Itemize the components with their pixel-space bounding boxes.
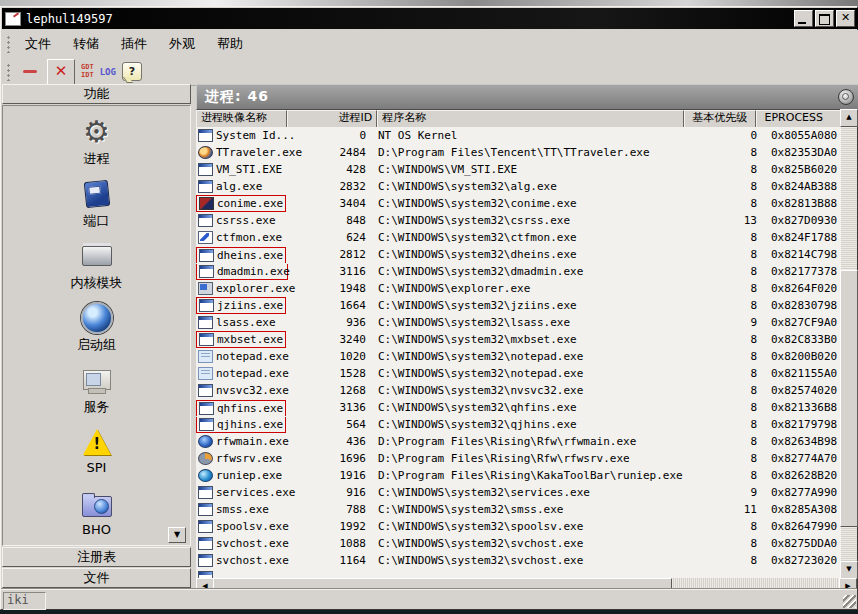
cell-eprocess: 0x8275DDA0 xyxy=(763,535,841,552)
red-mark-box: conime.exe xyxy=(196,195,286,212)
menu-item-plugin[interactable]: 插件 xyxy=(112,32,156,56)
cell-name: ctfmon.exe xyxy=(196,229,284,246)
process-name: notepad.exe xyxy=(216,365,289,382)
vertical-scrollbar[interactable]: ▲ ▼ xyxy=(841,110,857,578)
sidebar-item-spi[interactable]: SPI xyxy=(3,420,190,482)
sidebar-item-startup-group[interactable]: 启动组 xyxy=(3,296,190,358)
red-mark-box: qhfins.exe xyxy=(196,400,286,416)
table-row[interactable]: lsass.exe936C:\WINDOWS\system32\lsass.ex… xyxy=(196,314,841,331)
table-row[interactable]: jziins.exe1664C:\WINDOWS\system32\jziins… xyxy=(196,297,841,314)
vertical-scroll-thumb[interactable] xyxy=(840,270,858,527)
table-row[interactable]: dheins.exe2812C:\WINDOWS\system32\dheins… xyxy=(196,246,841,263)
table-row[interactable]: System Id...0NT OS Kernel00x8055A080 xyxy=(196,127,841,144)
cell-path: C:\WINDOWS\system32\nvsvc32.exe xyxy=(372,382,696,399)
table-row[interactable]: csrss.exe848C:\WINDOWS\system32\csrss.ex… xyxy=(196,212,841,229)
table-row[interactable]: VM_STI.EXE428C:\WINDOWS\VM_STI.EXE80x825… xyxy=(196,161,841,178)
cell-priority: 8 xyxy=(696,229,763,246)
table-row[interactable]: qhfins.exe3136C:\WINDOWS\system32\qhfins… xyxy=(196,399,841,416)
scroll-down-button[interactable]: ▼ xyxy=(840,561,858,579)
ctfmon-pen-icon xyxy=(198,231,213,244)
sidebar-item-label: 进程 xyxy=(84,150,110,168)
sidebar-item-bho[interactable]: BHO xyxy=(3,482,190,544)
table-row[interactable]: ctfmon.exe624C:\WINDOWS\system32\ctfmon.… xyxy=(196,229,841,246)
cell-priority: 8 xyxy=(696,195,763,212)
table-row[interactable]: explorer.exe1948C:\WINDOWS\explorer.exe8… xyxy=(196,280,841,297)
cell-path: C:\WINDOWS\system32\qhfins.exe xyxy=(372,399,696,416)
red-mark-box: jziins.exe xyxy=(196,297,286,314)
cell-priority: 8 xyxy=(696,467,763,484)
app-icon xyxy=(5,12,21,26)
scroll-up-button[interactable]: ▲ xyxy=(840,109,858,127)
table-row[interactable]: qjhins.exe564C:\WINDOWS\system32\qjhins.… xyxy=(196,416,841,433)
sidebar-icon-box xyxy=(80,302,114,334)
menu-item-appearance[interactable]: 外观 xyxy=(160,32,204,56)
name-wrap: runiep.exe xyxy=(196,468,284,483)
cell-path: C:\WINDOWS\system32\conime.exe xyxy=(372,195,696,212)
sidebar-section-registry[interactable]: 注册表 xyxy=(2,547,191,567)
table-row[interactable]: services.exe916C:\WINDOWS\system32\servi… xyxy=(196,484,841,501)
process-name: dmadmin.exe xyxy=(217,263,290,280)
table-row[interactable]: mxbset.exe3240C:\WINDOWS\system32\mxbset… xyxy=(196,331,841,348)
minimize-button[interactable] xyxy=(794,10,813,27)
table-row[interactable]: spoolsv.exe1992C:\WINDOWS\system32\spool… xyxy=(196,518,841,535)
cell-path: C:\WINDOWS\system32\ctfmon.exe xyxy=(372,229,696,246)
sidebar-panel: ⚙进程端口内核模块启动组服务SPIBHO xyxy=(2,105,191,546)
help-tool-button[interactable]: ? xyxy=(122,62,142,81)
table-row[interactable]: smss.exe788C:\WINDOWS\system32\smss.exe1… xyxy=(196,501,841,518)
cell-priority: 8 xyxy=(696,518,763,535)
name-wrap: VM_STI.EXE xyxy=(196,162,284,177)
cell-eprocess: 0x82628B20 xyxy=(763,467,841,484)
sidebar-item-process[interactable]: ⚙进程 xyxy=(3,110,190,172)
cell-path: C:\WINDOWS\system32\spoolsv.exe xyxy=(372,518,696,535)
log-tool-button[interactable]: LOG xyxy=(100,60,116,84)
gear-icon: ⚙ xyxy=(83,117,110,147)
table-row[interactable]: conime.exe3404C:\WINDOWS\system32\conime… xyxy=(196,195,841,212)
close-button[interactable]: ✕ xyxy=(836,10,855,27)
log-label: LOG xyxy=(100,67,116,77)
cell-priority: 8 xyxy=(696,331,763,348)
table-row[interactable]: rfwsrv.exe1696D:\Program Files\Rising\Rf… xyxy=(196,450,841,467)
table-row[interactable]: svchost.exe1164C:\WINDOWS\system32\svcho… xyxy=(196,552,841,569)
sidebar-item-services[interactable]: 服务 xyxy=(3,358,190,420)
process-name: alg.exe xyxy=(216,178,262,195)
table-row[interactable]: notepad.exe1528C:\WINDOWS\system32\notep… xyxy=(196,365,841,382)
menu-item-dump[interactable]: 转储 xyxy=(64,32,108,56)
panel-badge-icon[interactable] xyxy=(838,89,854,105)
table-row[interactable]: TTraveler.exe2484D:\Program Files\Tencen… xyxy=(196,144,841,161)
table-row[interactable]: dmadmin.exe3116C:\WINDOWS\system32\dmadm… xyxy=(196,263,841,280)
cell-name: lsass.exe xyxy=(196,314,284,331)
gdt-idt-tool-button[interactable]: GDT IDT xyxy=(81,60,94,84)
resize-grip[interactable] xyxy=(843,595,856,608)
cell-path: C:\WINDOWS\system32\jziins.exe xyxy=(372,297,696,314)
cell-eprocess: 0x82574020 xyxy=(763,382,841,399)
cell-priority: 8 xyxy=(696,280,763,297)
table-row[interactable] xyxy=(196,569,841,578)
terminate-tool-button[interactable]: ✕ xyxy=(47,59,75,85)
menu-item-help[interactable]: 帮助 xyxy=(208,32,252,56)
cell-path: D:\Program Files\Rising\KakaToolBar\runi… xyxy=(372,467,696,484)
table-row[interactable]: runiep.exe1916D:\Program Files\Rising\Ka… xyxy=(196,467,841,484)
sidebar-section-functions[interactable]: 功能 xyxy=(2,84,191,104)
red-mark-box: qjhins.exe xyxy=(196,417,286,433)
maximize-button[interactable] xyxy=(815,10,834,27)
name-wrap: notepad.exe xyxy=(196,366,291,381)
cell-pid: 1528 xyxy=(284,365,372,382)
sidebar-icon-box xyxy=(80,178,114,210)
cell-pid: 1664 xyxy=(284,297,372,314)
sidebar-item-kernel-module[interactable]: 内核模块 xyxy=(3,234,190,296)
sidebar-scroll-down-button[interactable]: ▼ xyxy=(168,527,186,543)
cell-priority: 8 xyxy=(696,246,763,263)
menu-item-file[interactable]: 文件 xyxy=(16,32,60,56)
cell-pid: 916 xyxy=(284,484,372,501)
table-row[interactable]: notepad.exe1020C:\WINDOWS\system32\notep… xyxy=(196,348,841,365)
sidebar-item-port[interactable]: 端口 xyxy=(3,172,190,234)
sidebar-item-label: 内核模块 xyxy=(71,274,123,292)
table-row[interactable]: alg.exe2832C:\WINDOWS\system32\alg.exe80… xyxy=(196,178,841,195)
table-row[interactable]: nvsvc32.exe1268C:\WINDOWS\system32\nvsvc… xyxy=(196,382,841,399)
table-row[interactable]: rfwmain.exe436D:\Program Files\Rising\Rf… xyxy=(196,433,841,450)
sidebar-section-files[interactable]: 文件 xyxy=(2,568,191,588)
cell-path xyxy=(372,569,696,578)
cell-pid: 788 xyxy=(284,501,372,518)
table-row[interactable]: svchost.exe1088C:\WINDOWS\system32\svcho… xyxy=(196,535,841,552)
minus-tool-button[interactable] xyxy=(19,60,41,84)
